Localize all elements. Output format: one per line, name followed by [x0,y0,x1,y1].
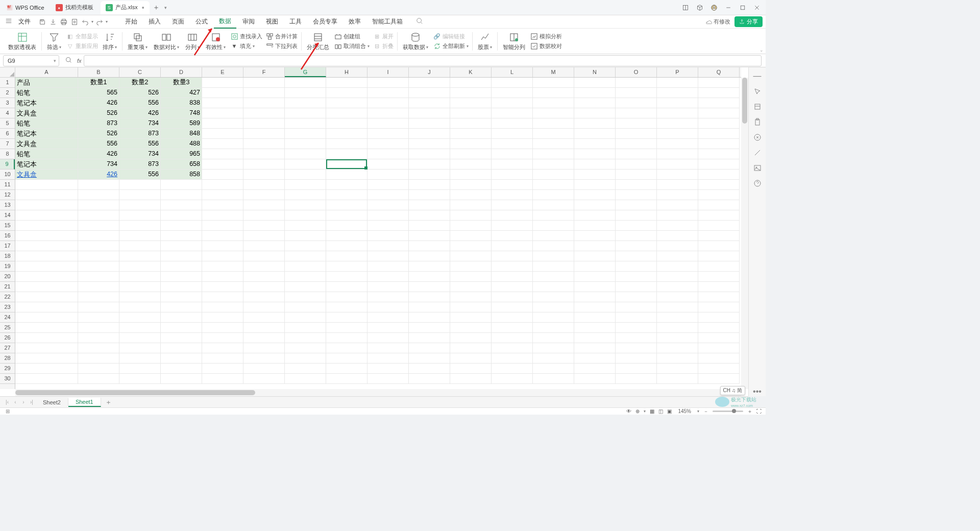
cell-H22[interactable] [326,292,368,302]
cell-B20[interactable] [78,272,119,282]
cell-F1[interactable] [243,78,285,88]
cell-Q23[interactable] [698,302,740,312]
cube-icon[interactable] [693,2,706,13]
cell-D1[interactable]: 数量3 [161,78,202,88]
row-header-19[interactable]: 19 [0,261,15,272]
cell-Q17[interactable] [698,241,740,251]
cell-A9[interactable]: 笔记本 [15,159,78,170]
cell-M14[interactable] [533,210,574,221]
cell-G18[interactable] [285,251,326,261]
cell-K9[interactable] [450,159,492,170]
cell-D21[interactable] [161,282,202,292]
cell-Q30[interactable] [698,374,740,384]
cell-P25[interactable] [657,323,698,333]
cell-M3[interactable] [533,98,574,108]
cell-H6[interactable] [326,129,368,139]
cell-E28[interactable] [202,353,243,364]
cell-N12[interactable] [574,190,616,200]
cell-N28[interactable] [574,353,616,364]
cell-J8[interactable] [409,149,450,159]
cell-K20[interactable] [450,272,492,282]
cell-J27[interactable] [409,343,450,353]
col-header-M[interactable]: M [533,67,574,77]
cell-K29[interactable] [450,364,492,374]
cell-D7[interactable]: 488 [161,139,202,149]
cell-D23[interactable] [161,302,202,312]
share-button[interactable]: 分享 [734,16,763,27]
cell-L7[interactable] [492,139,533,149]
cell-E12[interactable] [202,190,243,200]
undo-caret[interactable]: ▾ [91,19,93,24]
cell-L29[interactable] [492,364,533,374]
cell-N9[interactable] [574,159,616,170]
cell-N18[interactable] [574,251,616,261]
cell-G28[interactable] [285,353,326,364]
cell-N23[interactable] [574,302,616,312]
cell-Q2[interactable] [698,88,740,98]
cell-A16[interactable] [15,231,78,241]
cell-G10[interactable] [285,170,326,180]
cell-I24[interactable] [368,312,409,323]
collapse-panel-icon[interactable]: — [753,71,762,81]
cell-F23[interactable] [243,302,285,312]
cell-N8[interactable] [574,149,616,159]
cell-M27[interactable] [533,343,574,353]
cell-A17[interactable] [15,241,78,251]
cell-L24[interactable] [492,312,533,323]
cell-D13[interactable] [161,200,202,210]
cell-L26[interactable] [492,333,533,343]
cell-L18[interactable] [492,251,533,261]
cell-A18[interactable] [15,251,78,261]
cell-E25[interactable] [202,323,243,333]
cell-F7[interactable] [243,139,285,149]
cell-L5[interactable] [492,118,533,129]
cell-P27[interactable] [657,343,698,353]
print-icon[interactable] [59,17,68,27]
cell-E15[interactable] [202,221,243,231]
save-icon[interactable] [38,17,47,27]
image-icon[interactable] [753,163,762,173]
row-header-20[interactable]: 20 [0,272,15,282]
cell-C28[interactable] [119,353,161,364]
cell-K8[interactable] [450,149,492,159]
cell-I11[interactable] [368,180,409,190]
row-header-13[interactable]: 13 [0,200,15,210]
cell-A12[interactable] [15,190,78,200]
cell-M16[interactable] [533,231,574,241]
cell-M24[interactable] [533,312,574,323]
cell-B13[interactable] [78,200,119,210]
grid-mode-icon[interactable]: ⊕ [635,408,640,414]
cell-K22[interactable] [450,292,492,302]
cell-H1[interactable] [326,78,368,88]
cell-D8[interactable]: 965 [161,149,202,159]
cell-C18[interactable] [119,251,161,261]
cell-H17[interactable] [326,241,368,251]
cell-B28[interactable] [78,353,119,364]
cell-G16[interactable] [285,231,326,241]
col-header-J[interactable]: J [409,67,450,77]
cell-N26[interactable] [574,333,616,343]
find-input-button[interactable]: 查找录入 [229,32,264,41]
cell-K2[interactable] [450,88,492,98]
cell-E1[interactable] [202,78,243,88]
name-box-caret[interactable]: ▾ [54,58,56,63]
cell-A3[interactable]: 笔记本 [15,98,78,108]
cell-B30[interactable] [78,374,119,384]
cell-E17[interactable] [202,241,243,251]
sheet-tab-1[interactable]: Sheet1 [68,398,101,407]
cell-F17[interactable] [243,241,285,251]
cell-H19[interactable] [326,261,368,272]
cell-B4[interactable]: 526 [78,108,119,118]
cell-L23[interactable] [492,302,533,312]
cell-D26[interactable] [161,333,202,343]
cell-Q29[interactable] [698,364,740,374]
row-header-6[interactable]: 6 [0,129,15,139]
expand-button[interactable]: ⊞展开 [371,32,395,41]
cell-P5[interactable] [657,118,698,129]
cell-F27[interactable] [243,343,285,353]
tab-caret[interactable]: ▾ [163,5,168,10]
h-thumb[interactable] [15,390,255,395]
cell-N3[interactable] [574,98,616,108]
cell-C22[interactable] [119,292,161,302]
cell-A7[interactable]: 文具盒 [15,139,78,149]
